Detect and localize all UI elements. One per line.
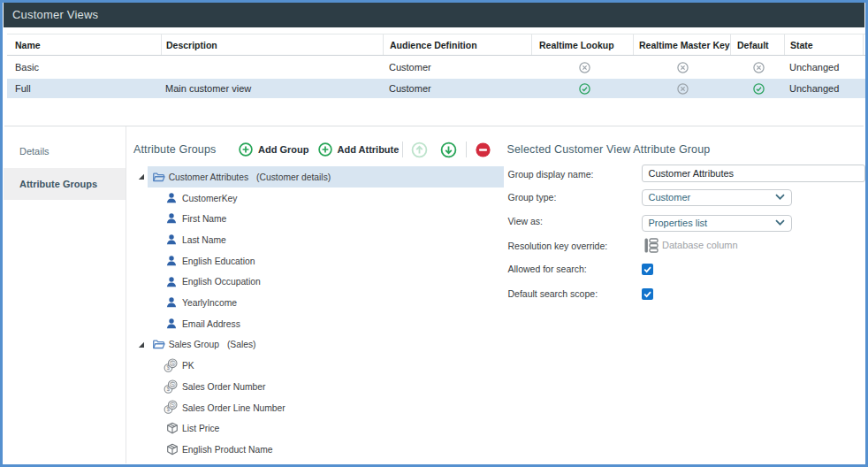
svg-text:S: S [171, 402, 174, 408]
svg-text:S: S [171, 360, 174, 366]
svg-text:S: S [171, 381, 174, 387]
